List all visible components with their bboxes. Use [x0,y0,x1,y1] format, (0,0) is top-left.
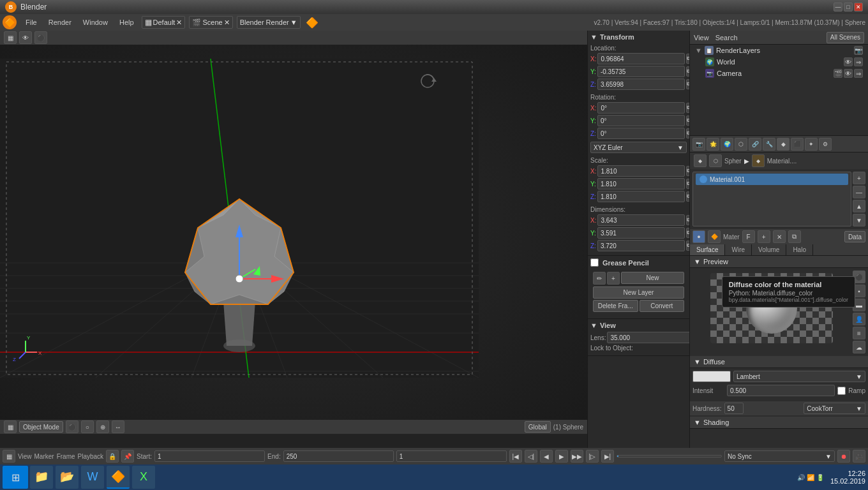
x-btn[interactable]: ✕ [773,230,786,243]
layout-selector[interactable]: ▦ Default ✕ [142,16,186,29]
next-keyframe-btn[interactable]: |▷ [586,450,599,463]
lock-icon[interactable]: 🔒 [106,450,119,463]
render-mode-icon[interactable]: ⚫ [34,31,47,44]
sphere-icon[interactable]: ⬡ [709,154,722,167]
props-texture-icon[interactable]: ⬛ [791,138,804,151]
viewport[interactable]: ▦ 👁 ⚫ Camera Persp [0,31,587,448]
viewport-footer-icon[interactable]: ▦ [4,420,17,433]
taskbar-word[interactable]: W [81,466,104,489]
grease-pencil-icon[interactable]: ✏ [593,272,606,285]
props-particles-icon[interactable]: ✦ [805,138,818,151]
intensit-input[interactable] [727,385,835,396]
convert-button[interactable]: Convert [640,300,685,312]
camera-eye-icon[interactable]: 👁 [844,69,853,78]
taskbar-files[interactable]: 📂 [56,466,79,489]
timeline-track[interactable] [617,455,722,457]
maximize-button[interactable]: □ [844,3,853,11]
camera-render-icon[interactable]: 🎬 [834,69,842,78]
props-object-icon[interactable]: ⬡ [735,138,747,151]
props-world-icon[interactable]: 🌍 [721,138,733,151]
view-mode-sphere[interactable]: ⚫ [66,420,79,433]
outliner-world[interactable]: 🌍 World 👁 ⇒ [690,56,868,68]
rot-x-input[interactable] [597,102,685,114]
new-button[interactable]: New [621,272,684,284]
diffuse-color-swatch[interactable] [692,371,731,382]
view-btn[interactable]: View [694,34,709,41]
snap-icon[interactable]: ⊕ [96,420,109,433]
props-scene-icon[interactable]: 🌟 [707,138,719,151]
props-physics-icon[interactable]: ⚙ [819,138,832,151]
preview-sky-btn[interactable]: ☁ [853,341,865,353]
new-layer-button[interactable]: New Layer [593,286,684,299]
menu-render[interactable]: Render [43,17,77,27]
dim-z-input[interactable] [597,240,685,251]
tab-surface[interactable]: Surface [690,244,725,255]
lambert-dropdown[interactable]: Lambert ▼ [733,371,865,382]
play-btn[interactable]: ▶ [555,450,568,463]
loc-y-input[interactable] [597,66,685,77]
world-cursor-icon[interactable]: ⇒ [854,57,863,66]
f-label-btn[interactable]: F [742,230,755,243]
sync-dropdown[interactable]: No Sync ▼ [724,450,835,462]
prev-keyframe-btn[interactable]: ◁| [525,450,537,463]
tab-halo[interactable]: Halo [786,244,813,255]
menu-help[interactable]: Help [114,17,139,27]
props-constraints-icon[interactable]: 🔗 [749,138,761,151]
dim-y-input[interactable] [597,227,685,239]
data-btn[interactable]: Data [844,231,865,242]
material-type-icon[interactable]: 🔶 [708,230,721,243]
cooktorr-dropdown[interactable]: CookTorr ▼ [804,403,865,414]
material-add-btn[interactable]: + [853,172,865,184]
search-btn[interactable]: Search [715,34,738,41]
loc-x-input[interactable] [597,53,685,64]
props-render-icon[interactable]: 📷 [692,138,705,151]
end-input[interactable] [283,450,394,462]
viewport-menu-icon[interactable]: ▦ [4,31,17,44]
grease-pencil-checkbox[interactable] [590,258,599,267]
material-list-item[interactable]: Material.001 [696,174,848,185]
taskbar-blender[interactable]: 🔶 [107,466,130,489]
euler-dropdown[interactable]: XYZ Euler ▼ [590,142,687,153]
preview-model-btn[interactable]: 👤 [853,313,865,325]
jump-end-btn[interactable]: ▶| [601,450,614,463]
lens-input[interactable] [607,332,689,343]
dim-x-input[interactable] [597,214,685,226]
props-material-icon[interactable]: ◆ [777,138,789,151]
menu-window[interactable]: Window [78,17,113,27]
outliner-renderlayers[interactable]: ▼ 📋 RenderLayers 📷 [690,45,868,56]
material-down-btn[interactable]: ▼ [853,214,865,226]
render-engine-selector[interactable]: Blender Render ▼ [237,16,301,29]
material-up-btn[interactable]: ▲ [853,200,865,212]
menu-file[interactable]: File [20,17,42,27]
start-input[interactable] [154,450,265,462]
global-btn[interactable]: Global [525,421,551,433]
jump-start-btn[interactable]: |◀ [509,450,522,463]
scale-y-input[interactable] [597,178,685,189]
taskbar-excel[interactable]: X [132,466,155,489]
ramp-checkbox[interactable] [837,387,846,395]
current-frame-input[interactable] [396,450,507,462]
transform-icon[interactable]: ↔ [112,420,124,433]
scene-selector[interactable]: 🎬 Scene ✕ [189,16,232,29]
timeline-menu-icon[interactable]: ▦ [3,450,15,463]
pin-icon[interactable]: 📌 [121,450,134,463]
view-wire-icon[interactable]: ○ [81,420,94,433]
next-frame-btn[interactable]: ▶▶ [571,450,583,463]
outliner-camera[interactable]: 📷 Camera 🎬 👁 ⇒ [690,68,868,79]
plus-btn[interactable]: + [758,230,770,243]
all-scenes-btn[interactable]: All Scenes [827,32,864,43]
grease-plus-icon[interactable]: + [607,272,620,285]
hardness-input[interactable] [724,403,744,414]
anim-icon[interactable]: 🎥 [853,450,865,463]
start-button[interactable]: ⊞ [3,466,28,489]
close-button[interactable]: ✕ [854,3,863,11]
tab-wire[interactable]: Wire [725,244,752,255]
tab-volume[interactable]: Volume [752,244,786,255]
material-remove-btn[interactable]: — [853,186,865,198]
loc-z-input[interactable] [597,78,685,90]
view-icon[interactable]: 👁 [19,31,32,44]
renderlayers-cam-icon[interactable]: 📷 [854,46,863,55]
scale-z-input[interactable] [597,191,685,202]
prev-frame-btn[interactable]: ◀ [540,450,553,463]
material-dot-icon[interactable]: ◆ [752,154,765,167]
